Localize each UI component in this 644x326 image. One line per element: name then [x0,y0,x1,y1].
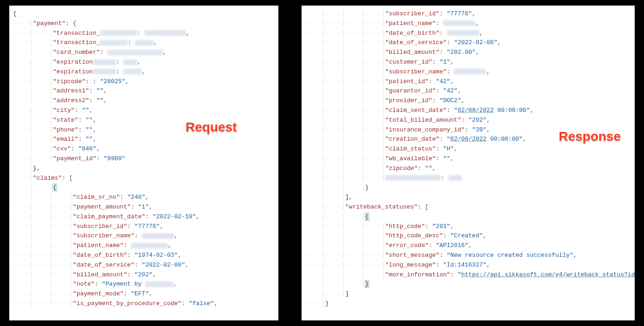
code-line: ····│····│····│"is_payment_by_procedure_… [11,299,277,309]
request-code-block: {····│"payment": {····│····│"transaction… [11,9,277,309]
code-line: ····│····│····│····│"http_code_desc": "C… [303,231,633,241]
code-line: ····│····│"address2": "", [11,96,277,106]
code-line: ····│····│"phone": "", [11,125,277,135]
code-line: ····│····│····│····│"zipcode": "", [303,164,633,174]
code-line: ····│····│····│····│"insurance_company_i… [303,125,633,135]
code-line: ····│····│····│"subscriber_name": x, [11,231,277,241]
code-line: ····│····│····│"claim_payment_date": "20… [11,212,277,222]
code-line: ····│"claims": [ [11,174,277,183]
code-line: ····│····│"city": "", [11,106,277,116]
code-line: ····│····│"zipcode": : "28025", [11,77,277,87]
code-line: ····│····│····│····│"date_of_service": "… [303,38,633,48]
code-line: ····│} [303,299,633,309]
code-line: ····│····│····│····│x: x [303,174,633,183]
code-line: ····│····│····│····│"provider_id": "DOC2… [303,96,633,106]
code-line: ····│····│····│····│"http_code": "201", [303,222,633,232]
code-line: ····│"payment": { [11,19,277,29]
code-line: ····│····│"email": "", [11,135,277,144]
code-line: ····│····│····│····│"claim_sent_date": "… [303,106,633,116]
code-line: ····│····│····│"claim_sr_no": "246", [11,193,277,202]
code-line: ····│····│] [303,289,633,299]
code-line: ····│····│"transaction_x: x, [11,29,277,39]
code-line: ····│····│····│····│"billed_amount": "20… [303,48,633,58]
code-line: ····│····│"expirationx: x, [11,67,277,77]
code-line: ····│····│"state": "", [11,116,277,125]
code-line: ····│····│····│"subscriber_id": "77776", [11,222,277,232]
code-line: ····│····│····│····│"more_information": … [303,270,633,280]
code-line: ····│····│····│····│"subscriber_name": x… [303,67,633,77]
code-line: ····│····│"expirationx: x, [11,58,277,67]
code-line: ····│····│····│····│"total_billed_amount… [303,116,633,125]
code-line: ····│····│····│····│"long_message": "Id:… [303,261,633,270]
code-line: ····│····│····│} [303,183,633,193]
code-line: ····│····│····│"note": "Payment by x, [11,280,277,289]
code-line: ····│····│"writeback_statuses": [ [303,202,633,212]
code-line: ····│····│"payment_id": "9988" [11,154,277,164]
code-line: ····│····│····│"patient_name": x, [11,241,277,251]
code-line: ····│····│"card_number": x, [11,48,277,58]
code-line: ····│····│····│{ [303,212,633,222]
code-line: ····│····│····│····│"patient_name": x, [303,19,633,29]
code-line: ····│····│····│····│"date_of_birth": x, [303,29,633,39]
code-line: ····│····│····│"payment_mode": "EFT", [11,289,277,299]
code-line: ····│····│"address1": "", [11,86,277,96]
code-line: ····│····│····│"date_of_service": "2022-… [11,261,277,270]
code-line: ····│····│····│····│"guarantor_id": "42"… [303,86,633,96]
code-line: ····│····│"cvv": "046", [11,144,277,154]
code-line: ····│····│····│····│"error_code": "API20… [303,241,633,251]
response-code-block: ····│····│····│····│"subscriber_id": "77… [303,9,633,309]
code-line: ····│····│{ [11,183,277,193]
code-line: ····│····│····│} [303,280,633,289]
code-line: ····│····│"transaction_x: x, [11,38,277,48]
code-line: ····│}, [11,164,277,174]
code-line: ····│····│····│····│"short_message": "Ne… [303,251,633,261]
code-line: ····│····│····│"payment_amount": "1", [11,202,277,212]
code-line: ····│····│····│"billed_amount": "202", [11,270,277,280]
code-line: ····│····│····│····│"customer_id": "1", [303,58,633,67]
code-line: ····│····│····│"date_of_birth": "1974-02… [11,251,277,261]
code-line: ····│····│····│····│"wb_available": "", [303,154,633,164]
response-json-pane[interactable]: Response ····│····│····│····│"subscriber… [302,6,635,320]
code-line: ····│····│····│····│"creation_date": "02… [303,135,633,144]
code-line: ····│····│], [303,193,633,202]
code-line: { [11,9,277,19]
code-line: ····│····│····│····│"subscriber_id": "77… [303,9,633,19]
code-line: ····│····│····│····│"claim_status": "H", [303,144,633,154]
code-line: ····│····│····│····│"patient_id": "42", [303,77,633,87]
request-json-pane[interactable]: Request {····│"payment": {····│····│"tra… [9,6,278,320]
